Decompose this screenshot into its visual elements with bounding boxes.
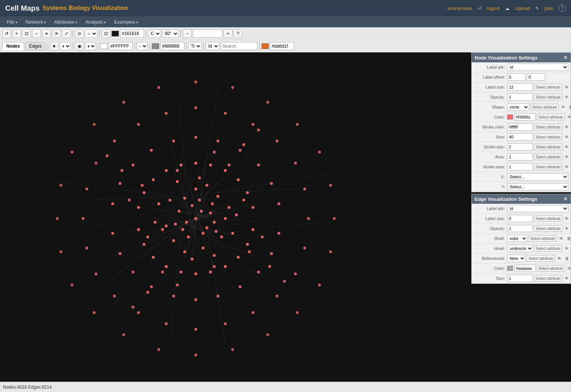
fill-color-box[interactable] (100, 43, 107, 49)
edge-opacity-eye[interactable]: 👁 (564, 225, 570, 232)
search-input[interactable] (220, 42, 257, 50)
star-button[interactable]: ★ (50, 42, 59, 51)
edges-tab[interactable]: Edges (25, 42, 46, 50)
jobs-link[interactable]: jobs (544, 6, 553, 11)
edge-size-input[interactable] (507, 275, 533, 282)
edge-head-select-attr[interactable]: Select attribute (534, 245, 563, 252)
eye-button[interactable]: ◉ (75, 42, 84, 51)
node-y-select[interactable]: Select... (507, 183, 568, 190)
node-size-select-attr[interactable]: Select attribute (534, 134, 563, 140)
node-label-size-input[interactable] (507, 83, 533, 91)
curve-select[interactable]: C (148, 30, 161, 38)
edge-shaft-delete[interactable]: 🗑 (566, 235, 571, 242)
node-area-select-attr[interactable]: Select attribute (534, 154, 563, 160)
edge-opacity-select-attr[interactable]: Select attribute (534, 225, 563, 232)
reset-view-button[interactable]: ↺ (2, 29, 11, 38)
node-shape-select-attr[interactable]: Select attribute (530, 104, 559, 110)
node-x-select[interactable]: Select... (507, 173, 568, 180)
node-stroke-size-input[interactable] (507, 143, 533, 151)
node-color-swatch[interactable] (507, 114, 513, 120)
node-stroke-size-eye[interactable]: 👁 (564, 144, 570, 150)
move-button[interactable]: ↔ (32, 29, 41, 38)
screenshot-button[interactable]: ⊡ (102, 29, 110, 38)
node-stroke-size-select-attr[interactable]: Select attribute (534, 144, 563, 150)
add-node-button[interactable]: + (12, 29, 21, 38)
edge-size-eye[interactable]: 👁 (564, 275, 570, 282)
node-shape-eye[interactable]: 👁 (560, 104, 567, 110)
node-opacity-input[interactable] (507, 93, 533, 101)
node-stroke-color-eye[interactable]: 👁 (564, 124, 570, 130)
nodes-tab[interactable]: Nodes (2, 42, 24, 50)
edge-bidirectional-delete[interactable]: 🗑 (564, 255, 571, 262)
node-stroke-area-eye[interactable]: 👁 (564, 164, 570, 170)
select-button[interactable]: ⤢ (62, 29, 71, 38)
zoom-in-button[interactable]: + (223, 29, 232, 38)
node-opacity-eye[interactable]: 👁 (564, 94, 570, 100)
node-color-input[interactable] (514, 113, 536, 121)
node-label-size-select-attr[interactable]: Select attribute (534, 84, 563, 90)
edge-label-size-eye[interactable]: 👁 (564, 215, 570, 222)
node-size-input[interactable] (507, 133, 533, 141)
label-size-select[interactable]: Tl (188, 42, 202, 50)
logout-link[interactable]: logout (487, 6, 500, 11)
edge-bidirectional-select-attr[interactable]: Select attribute (527, 255, 555, 262)
edge-vis-close[interactable]: ✕ (563, 196, 568, 202)
edge-head-eye[interactable]: 👁 (564, 245, 570, 252)
fill-color-input[interactable] (109, 42, 133, 50)
visibility-select[interactable]: ● (85, 42, 96, 50)
edge-label-attr-select[interactable]: Id (507, 205, 568, 212)
label-field-select[interactable]: Id (206, 42, 219, 50)
menu-examples[interactable]: Examples (110, 18, 142, 26)
edge-color-eye[interactable]: 👁 (566, 265, 571, 272)
edge-label-size-select-attr[interactable]: Select attribute (534, 215, 563, 222)
canvas-area[interactable] (0, 52, 471, 382)
node-size-eye[interactable]: 👁 (564, 134, 570, 140)
edge-bidirectional-select[interactable]: false (507, 255, 526, 262)
edge-head-select[interactable]: undirected (507, 245, 533, 252)
node-opacity-select-attr[interactable]: Select attribute (534, 94, 563, 100)
border-color-input[interactable] (160, 42, 184, 50)
node-area-input[interactable] (507, 153, 533, 161)
layout-select[interactable]: ○ (85, 30, 98, 38)
accent-color-input[interactable] (270, 42, 294, 50)
edge-label-size-input[interactable] (507, 215, 533, 222)
upload-link[interactable]: Upload (515, 6, 530, 11)
user-link[interactable]: anonymous (447, 6, 472, 11)
node-label-offset-y[interactable] (527, 73, 545, 81)
node-stroke-area-input[interactable] (507, 163, 533, 171)
node-vis-close[interactable]: ✕ (563, 55, 568, 61)
menu-file[interactable]: File (3, 18, 21, 26)
edge-size-select-attr[interactable]: Select attribute (534, 275, 563, 282)
menu-network[interactable]: Network (22, 18, 49, 26)
edge-shaft-select-attr[interactable]: Select attribute (529, 235, 557, 242)
node-label-size-eye[interactable]: 👁 (564, 84, 570, 90)
node-stroke-color-select-attr[interactable]: Select attribute (534, 124, 563, 130)
edge-bidirectional-eye[interactable]: 👁 (556, 255, 563, 262)
zoom-input[interactable] (193, 30, 222, 38)
menu-attributes[interactable]: Attributes (50, 18, 81, 26)
accent-color-box[interactable] (261, 43, 269, 49)
help-icon[interactable]: ? (558, 4, 566, 12)
edge-color-swatch[interactable] (507, 266, 513, 271)
node-color-select-attr[interactable]: Select attribute (537, 114, 565, 120)
node-label-attr-select[interactable]: Id (507, 63, 568, 71)
node-stroke-area-select-attr[interactable]: Select attribute (534, 164, 563, 170)
circle-layout-button[interactable]: ⊙ (75, 29, 84, 38)
bg-color-input[interactable] (120, 30, 144, 38)
node-style-select[interactable]: ● (60, 42, 71, 50)
add-edge-button[interactable]: ⊡ (22, 29, 31, 38)
shape-select2[interactable]: ○ (137, 42, 148, 50)
edge-shaft-eye[interactable]: 👁 (558, 235, 565, 242)
zoom-out-button[interactable]: − (183, 29, 192, 38)
border-color-box[interactable] (152, 43, 159, 49)
node-shape-select[interactable]: circle (507, 103, 529, 111)
edge-shaft-select[interactable]: solid (507, 235, 527, 242)
node-area-eye[interactable]: 👁 (564, 154, 570, 160)
link-button[interactable]: ⚭ (42, 29, 51, 38)
node-label-offset-x[interactable] (507, 73, 526, 81)
help-button[interactable]: ? (233, 29, 242, 38)
edge-opacity-input[interactable] (507, 225, 533, 232)
node-color-eye[interactable]: 👁 (566, 114, 571, 120)
node-shape-delete[interactable]: 🗑 (568, 104, 571, 110)
bg-color-box[interactable] (112, 31, 119, 37)
